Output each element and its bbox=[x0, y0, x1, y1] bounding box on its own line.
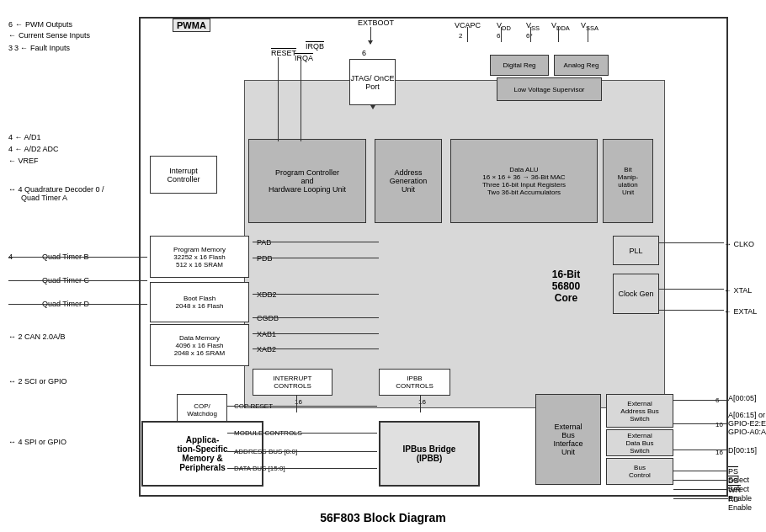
clko-line bbox=[659, 242, 724, 243]
core-label: 16-Bit56800Core bbox=[530, 261, 602, 311]
int-ctrl-arrow bbox=[296, 396, 297, 412]
can-group: ↔ 2 CAN 2.0A/B bbox=[8, 332, 126, 341]
n6star-vss: 6* bbox=[526, 32, 533, 40]
rd-enable-label: RD Enable bbox=[728, 495, 758, 512]
csi-group: ← Current Sense Inputs bbox=[8, 31, 90, 40]
d0015-line bbox=[673, 450, 728, 450]
ext-bus-block: ExternalBusInterfaceUnit bbox=[535, 394, 601, 485]
bit-manip-block: BitManip-ulationUnit bbox=[603, 139, 653, 223]
pll-block: PLL bbox=[613, 236, 659, 265]
irqa-label: IRQA bbox=[295, 54, 313, 62]
extboot-label: EXTBOOT bbox=[358, 19, 394, 27]
a0615-label: A[06:15] orGPIO-E2:E3 &GPIO-A0:A7 bbox=[728, 411, 766, 436]
d0015-label: D[00:15] bbox=[728, 446, 757, 455]
extal-line bbox=[659, 310, 724, 311]
pdb-label: PDB bbox=[257, 254, 273, 263]
pwm-label: PWM Outputs bbox=[25, 20, 72, 29]
pwma-label: PWMA bbox=[173, 19, 210, 32]
interrupt-controls-block: INTERRUPTCONTROLS bbox=[253, 369, 332, 396]
pwr-line5 bbox=[588, 27, 588, 42]
main-container: PWMA EXTBOOT RESET IRQB IRQA 6 VCAPC VDD… bbox=[0, 0, 766, 532]
n10-a: 10 bbox=[715, 421, 723, 428]
n2-vcapc: 2 bbox=[459, 32, 462, 40]
irqb-label: IRQB bbox=[306, 42, 324, 51]
vdda-label: VDDA bbox=[551, 21, 570, 32]
ad2-group: 4 ← A/D2 ADC bbox=[8, 145, 59, 153]
pwr-line2 bbox=[501, 27, 502, 42]
pdb-line bbox=[253, 258, 379, 258]
clock-gen-block: Clock Gen bbox=[613, 274, 659, 314]
ext-addr-switch-block: ExternalAddress BusSwitch bbox=[606, 394, 673, 428]
n6-extboot: 6 bbox=[362, 49, 366, 57]
pwr-line4 bbox=[558, 27, 559, 42]
analog-reg-block: Analog Reg bbox=[554, 55, 609, 76]
cop-reset-line bbox=[227, 406, 377, 407]
xab2-line bbox=[253, 348, 379, 349]
ds-line bbox=[673, 480, 728, 481]
core-region bbox=[244, 80, 665, 408]
low-voltage-block: Low Voltage Supervisor bbox=[497, 77, 602, 101]
rd-line bbox=[673, 498, 728, 499]
xab1-line bbox=[253, 333, 379, 334]
boot-flash-block: Boot Flash2048 x 16 Flash bbox=[150, 282, 249, 322]
spi-group: ↔ 4 SPI or GPIO bbox=[8, 438, 126, 446]
ps-line bbox=[673, 471, 728, 471]
jtag-arrow-down bbox=[370, 105, 375, 109]
quad-group: ↔ 4 Quadrature Decoder 0 / Quad Timer A bbox=[8, 185, 130, 202]
cgdb-label: CGDB bbox=[257, 314, 279, 322]
reset-arrow-line bbox=[278, 57, 279, 141]
data-bus-line bbox=[227, 468, 377, 469]
clko-label: → CLKO bbox=[724, 240, 754, 248]
a0615-line bbox=[673, 423, 728, 424]
addr-gen-block: AddressGenerationUnit bbox=[375, 139, 442, 223]
vssa-label: VSSA bbox=[581, 21, 598, 32]
xtal-label: ← XTAL bbox=[724, 286, 752, 295]
pab-label: PAB bbox=[257, 238, 271, 247]
wr-line bbox=[673, 489, 728, 490]
xab1-label: XAB1 bbox=[257, 330, 276, 338]
reset-label: RESET bbox=[271, 49, 296, 57]
irqb-arrow-line bbox=[301, 57, 301, 141]
xab2-label: XAB2 bbox=[257, 345, 276, 354]
qtc-line bbox=[8, 280, 147, 281]
pwr-line1 bbox=[467, 27, 468, 42]
interrupt-ctrl-block: InterruptController bbox=[150, 156, 217, 194]
sci-group: ↔ 2 SCI or GPIO bbox=[8, 377, 126, 386]
extboot-arrow bbox=[368, 40, 373, 45]
fault-group: 33 ← Fault Inputs bbox=[8, 44, 70, 52]
pab-line bbox=[253, 242, 379, 242]
extal-label: ← EXTAL bbox=[724, 307, 757, 316]
vdd-label: VDD bbox=[497, 21, 511, 32]
xdb2-line bbox=[253, 294, 379, 295]
csi-label: Current Sense Inputs bbox=[19, 31, 90, 40]
jtag-block: JTAG/ OnCE Port bbox=[349, 59, 396, 105]
cgdb-line bbox=[253, 317, 379, 318]
pwr-line3 bbox=[530, 27, 531, 42]
fault-label: Fault Inputs bbox=[30, 44, 70, 52]
data-alu-block: Data ALU16 × 16 + 36 → 36-Bit MACThree 1… bbox=[450, 139, 598, 223]
ipbus-block: IPBus Bridge(IPBB) bbox=[379, 421, 480, 487]
xdb2-label: XDB2 bbox=[257, 290, 277, 299]
program-ctrl-block: Program ControllerandHardware Looping Un… bbox=[248, 139, 366, 223]
ipbb-controls-block: IPBBCONTROLS bbox=[379, 369, 450, 396]
digital-reg-block: Digital Reg bbox=[490, 55, 549, 76]
module-ctrl-line bbox=[227, 433, 377, 434]
bus-control-block: BusControl bbox=[606, 458, 673, 485]
a0005-label: A[00:05] bbox=[728, 394, 757, 402]
n6-vdd: 6 bbox=[497, 32, 500, 40]
qtd-line bbox=[8, 304, 147, 305]
data-mem-block: Data Memory4096 x 16 Flash2048 x 16 SRAM bbox=[150, 324, 249, 366]
vref-group: ← VREF bbox=[8, 157, 39, 165]
prog-mem-block: Program Memory32252 x 16 Flash512 x 16 S… bbox=[150, 236, 249, 278]
xtal-line bbox=[659, 289, 724, 290]
ext-data-switch-block: ExternalData BusSwitch bbox=[606, 429, 673, 456]
a0005-line bbox=[673, 400, 728, 401]
ipbb-ctrl-arrow bbox=[420, 396, 421, 412]
qtb-line bbox=[8, 257, 147, 258]
ad1-group: 4 ← A/D1 bbox=[8, 133, 41, 141]
vss-label: VSS bbox=[526, 21, 540, 32]
pwm-group: 6 ← PWM Outputs bbox=[8, 20, 72, 29]
addr-bus-line bbox=[227, 451, 377, 452]
diagram-title: 56F803 Block Diagram bbox=[8, 511, 758, 524]
